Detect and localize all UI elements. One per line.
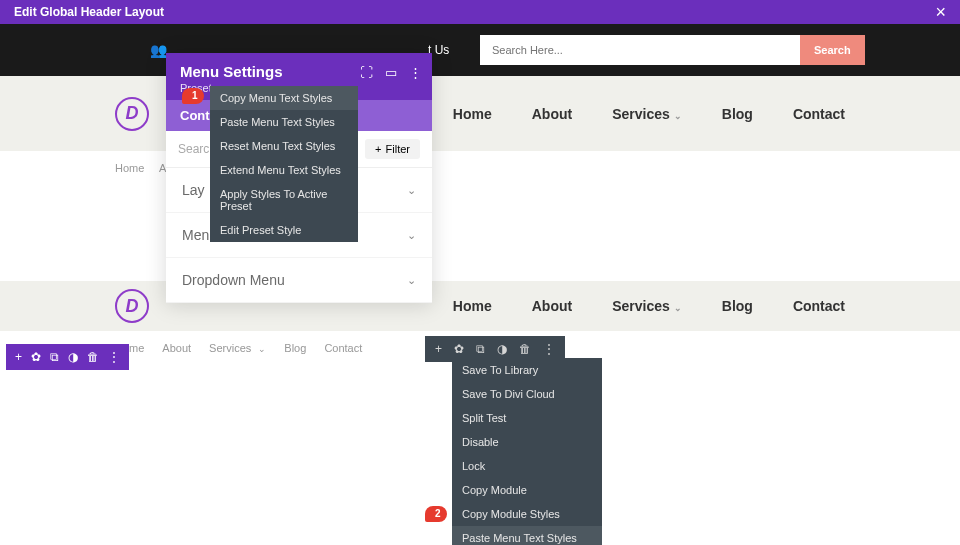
chevron-down-icon: ⌄ (674, 303, 682, 313)
section-toolbar: + ✿ ⧉ ◑ 🗑 ⋮ (6, 344, 129, 370)
section-dropdown[interactable]: Dropdown Menu⌄ (166, 258, 432, 303)
ctx-lock[interactable]: Lock (452, 454, 602, 478)
gear-icon[interactable]: ✿ (454, 342, 464, 356)
trash-icon[interactable]: 🗑 (519, 342, 531, 356)
site-header-1: D Home About Services⌄ Blog Contact (0, 76, 960, 151)
more-icon[interactable]: ⋮ (543, 342, 555, 356)
ctx-apply-active-preset[interactable]: Apply Styles To Active Preset (210, 182, 358, 218)
page-title: Edit Global Header Layout (14, 5, 164, 19)
chevron-down-icon: ⌄ (258, 344, 266, 354)
chevron-down-icon: ⌄ (407, 229, 416, 242)
site-header-2: D Home About Services⌄ Blog Contact (0, 281, 960, 331)
ctx-edit-preset-style[interactable]: Edit Preset Style (210, 218, 358, 242)
ctx-disable[interactable]: Disable (452, 430, 602, 454)
ctx-extend-menu-text-styles[interactable]: Extend Menu Text Styles (210, 158, 358, 182)
context-menu-module: Save To Library Save To Divi Cloud Split… (452, 358, 602, 545)
nav-contact[interactable]: Contact (793, 298, 845, 314)
trash-icon[interactable]: 🗑 (87, 350, 99, 364)
save-icon[interactable]: ◑ (497, 342, 507, 356)
panel-icon[interactable]: ▭ (385, 65, 397, 80)
expand-icon[interactable]: ⛶ (360, 65, 373, 80)
filter-button[interactable]: +Filter (365, 139, 420, 159)
badge-1-number: 1 (192, 90, 198, 101)
nav-about[interactable]: About (532, 298, 572, 314)
gear-icon[interactable]: ✿ (31, 350, 41, 364)
nav-services[interactable]: Services⌄ (612, 106, 682, 122)
more-icon[interactable]: ⋮ (108, 350, 120, 364)
add-icon[interactable]: + (15, 350, 22, 364)
nav-home[interactable]: Home (453, 298, 492, 314)
chevron-down-icon: ⌄ (407, 184, 416, 197)
nav-contact[interactable]: Contact (793, 106, 845, 122)
duplicate-icon[interactable]: ⧉ (50, 350, 59, 364)
context-menu-styles: Copy Menu Text Styles Paste Menu Text St… (210, 86, 358, 242)
divi-logo: D (115, 289, 149, 323)
people-icon: 👥 (150, 42, 167, 58)
ctx-paste-menu-text-styles[interactable]: Paste Menu Text Styles (210, 110, 358, 134)
more-icon[interactable]: ⋮ (409, 65, 422, 80)
nav-about[interactable]: About (532, 106, 572, 122)
chevron-down-icon: ⌄ (407, 274, 416, 287)
add-icon[interactable]: + (435, 342, 442, 356)
crumb-about[interactable]: About (162, 342, 191, 354)
search-input[interactable] (480, 35, 800, 65)
divi-logo: D (115, 97, 149, 131)
ctx-copy-module-styles[interactable]: Copy Module Styles (452, 502, 602, 526)
close-icon[interactable]: × (935, 2, 946, 23)
dark-header: 👥 t Us Search (0, 24, 960, 76)
ctx-copy-module[interactable]: Copy Module (452, 478, 602, 502)
save-icon[interactable]: ◑ (68, 350, 78, 364)
breadcrumb-1: Home A (0, 151, 960, 185)
crumb-services[interactable]: Services ⌄ (209, 342, 266, 354)
nav-blog[interactable]: Blog (722, 106, 753, 122)
nav-home[interactable]: Home (453, 106, 492, 122)
ctx-split-test[interactable]: Split Test (452, 406, 602, 430)
badge-2-number: 2 (435, 508, 441, 519)
chevron-down-icon: ⌄ (674, 111, 682, 121)
ctx-copy-menu-text-styles[interactable]: Copy Menu Text Styles (210, 86, 358, 110)
ctx-save-cloud[interactable]: Save To Divi Cloud (452, 382, 602, 406)
ctx-save-library[interactable]: Save To Library (452, 358, 602, 382)
ctx-paste-menu-text-styles[interactable]: Paste Menu Text Styles (452, 526, 602, 545)
crumb-contact[interactable]: Contact (324, 342, 362, 354)
search-button[interactable]: Search (800, 35, 865, 65)
ctx-reset-menu-text-styles[interactable]: Reset Menu Text Styles (210, 134, 358, 158)
nav-blog[interactable]: Blog (722, 298, 753, 314)
crumb-blog[interactable]: Blog (284, 342, 306, 354)
nav-services[interactable]: Services⌄ (612, 298, 682, 314)
duplicate-icon[interactable]: ⧉ (476, 342, 485, 356)
content-area-1 (0, 185, 960, 281)
